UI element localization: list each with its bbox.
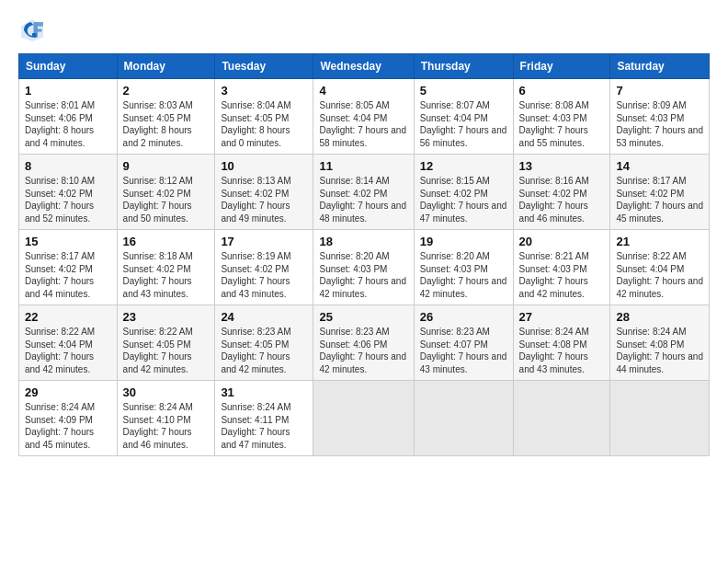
day-number: 7: [616, 84, 703, 98]
col-header-monday: Monday: [117, 54, 215, 79]
day-number: 17: [221, 235, 307, 248]
day-info: Sunrise: 8:19 AMSunset: 4:02 PMDaylight:…: [221, 250, 307, 300]
day-cell: 28Sunrise: 8:24 AMSunset: 4:08 PMDayligh…: [610, 305, 710, 381]
day-info: Sunrise: 8:04 AMSunset: 4:05 PMDaylight:…: [221, 99, 307, 149]
day-info: Sunrise: 8:20 AMSunset: 4:03 PMDaylight:…: [319, 250, 407, 300]
day-info: Sunrise: 8:08 AMSunset: 4:03 PMDaylight:…: [519, 99, 605, 149]
day-info: Sunrise: 8:24 AMSunset: 4:08 PMDaylight:…: [519, 326, 605, 375]
day-cell: 5Sunrise: 8:07 AMSunset: 4:04 PMDaylight…: [414, 79, 513, 155]
day-number: 27: [519, 310, 605, 324]
day-number: 26: [420, 310, 507, 324]
day-cell: 19Sunrise: 8:20 AMSunset: 4:03 PMDayligh…: [414, 230, 513, 305]
day-cell: 27Sunrise: 8:24 AMSunset: 4:08 PMDayligh…: [513, 305, 610, 381]
day-cell: 2Sunrise: 8:03 AMSunset: 4:05 PMDaylight…: [117, 79, 215, 155]
day-number: 31: [221, 385, 307, 399]
day-number: 8: [25, 159, 111, 173]
day-info: Sunrise: 8:01 AMSunset: 4:06 PMDaylight:…: [25, 99, 111, 149]
day-number: 9: [123, 159, 210, 173]
logo-icon: [18, 17, 46, 44]
day-number: 15: [25, 235, 111, 248]
logo: [18, 17, 50, 44]
day-info: Sunrise: 8:15 AMSunset: 4:02 PMDaylight:…: [420, 175, 507, 224]
day-number: 29: [25, 385, 111, 399]
day-number: 12: [420, 159, 507, 173]
day-number: 11: [319, 159, 407, 173]
day-number: 25: [319, 310, 407, 324]
day-cell: 23Sunrise: 8:22 AMSunset: 4:05 PMDayligh…: [117, 305, 215, 381]
col-header-sunday: Sunday: [19, 54, 118, 79]
day-number: 20: [519, 235, 605, 248]
day-info: Sunrise: 8:09 AMSunset: 4:03 PMDaylight:…: [616, 99, 703, 149]
day-cell: 18Sunrise: 8:20 AMSunset: 4:03 PMDayligh…: [313, 230, 414, 305]
day-info: Sunrise: 8:03 AMSunset: 4:05 PMDaylight:…: [123, 99, 210, 149]
day-cell: 30Sunrise: 8:24 AMSunset: 4:10 PMDayligh…: [117, 381, 215, 456]
week-row-4: 22Sunrise: 8:22 AMSunset: 4:04 PMDayligh…: [19, 305, 710, 381]
day-cell: 20Sunrise: 8:21 AMSunset: 4:03 PMDayligh…: [513, 230, 610, 305]
day-info: Sunrise: 8:22 AMSunset: 4:05 PMDaylight:…: [123, 326, 210, 375]
day-cell: 24Sunrise: 8:23 AMSunset: 4:05 PMDayligh…: [215, 305, 313, 381]
day-info: Sunrise: 8:05 AMSunset: 4:04 PMDaylight:…: [319, 99, 407, 149]
day-number: 10: [221, 159, 307, 173]
col-header-wednesday: Wednesday: [313, 54, 414, 79]
day-number: 4: [319, 84, 407, 98]
day-number: 21: [616, 235, 703, 248]
col-header-saturday: Saturday: [610, 54, 710, 79]
day-cell: 4Sunrise: 8:05 AMSunset: 4:04 PMDaylight…: [313, 79, 414, 155]
day-info: Sunrise: 8:24 AMSunset: 4:10 PMDaylight:…: [123, 401, 210, 451]
day-cell: 8Sunrise: 8:10 AMSunset: 4:02 PMDaylight…: [19, 155, 118, 230]
day-number: 28: [616, 310, 703, 324]
day-info: Sunrise: 8:22 AMSunset: 4:04 PMDaylight:…: [25, 326, 111, 375]
header-row: SundayMondayTuesdayWednesdayThursdayFrid…: [19, 54, 710, 79]
day-cell: 22Sunrise: 8:22 AMSunset: 4:04 PMDayligh…: [19, 305, 118, 381]
day-cell: 16Sunrise: 8:18 AMSunset: 4:02 PMDayligh…: [117, 230, 215, 305]
day-cell: [513, 381, 610, 456]
day-cell: 6Sunrise: 8:08 AMSunset: 4:03 PMDaylight…: [513, 79, 610, 155]
day-number: 3: [221, 84, 307, 98]
day-number: 16: [123, 235, 210, 248]
day-info: Sunrise: 8:24 AMSunset: 4:09 PMDaylight:…: [25, 401, 111, 451]
day-cell: 21Sunrise: 8:22 AMSunset: 4:04 PMDayligh…: [610, 230, 710, 305]
day-cell: 3Sunrise: 8:04 AMSunset: 4:05 PMDaylight…: [215, 79, 313, 155]
day-number: 5: [420, 84, 507, 98]
day-cell: 29Sunrise: 8:24 AMSunset: 4:09 PMDayligh…: [19, 381, 118, 456]
day-number: 30: [123, 385, 210, 399]
header: [18, 17, 710, 44]
day-number: 13: [519, 159, 605, 173]
page: SundayMondayTuesdayWednesdayThursdayFrid…: [0, 0, 728, 563]
day-info: Sunrise: 8:07 AMSunset: 4:04 PMDaylight:…: [420, 99, 507, 149]
col-header-friday: Friday: [513, 54, 610, 79]
day-cell: 25Sunrise: 8:23 AMSunset: 4:06 PMDayligh…: [313, 305, 414, 381]
day-cell: 9Sunrise: 8:12 AMSunset: 4:02 PMDaylight…: [117, 155, 215, 230]
day-info: Sunrise: 8:10 AMSunset: 4:02 PMDaylight:…: [25, 175, 111, 224]
day-info: Sunrise: 8:21 AMSunset: 4:03 PMDaylight:…: [519, 250, 605, 300]
day-info: Sunrise: 8:22 AMSunset: 4:04 PMDaylight:…: [616, 250, 703, 300]
day-cell: 17Sunrise: 8:19 AMSunset: 4:02 PMDayligh…: [215, 230, 313, 305]
day-number: 6: [519, 84, 605, 98]
day-cell: 14Sunrise: 8:17 AMSunset: 4:02 PMDayligh…: [610, 155, 710, 230]
day-info: Sunrise: 8:18 AMSunset: 4:02 PMDaylight:…: [123, 250, 210, 300]
day-number: 22: [25, 310, 111, 324]
day-cell: 15Sunrise: 8:17 AMSunset: 4:02 PMDayligh…: [19, 230, 118, 305]
day-cell: 1Sunrise: 8:01 AMSunset: 4:06 PMDaylight…: [19, 79, 118, 155]
day-info: Sunrise: 8:12 AMSunset: 4:02 PMDaylight:…: [123, 175, 210, 224]
day-number: 19: [420, 235, 507, 248]
day-info: Sunrise: 8:17 AMSunset: 4:02 PMDaylight:…: [25, 250, 111, 300]
col-header-tuesday: Tuesday: [215, 54, 313, 79]
day-info: Sunrise: 8:24 AMSunset: 4:11 PMDaylight:…: [221, 401, 307, 451]
day-info: Sunrise: 8:23 AMSunset: 4:07 PMDaylight:…: [420, 326, 507, 375]
day-info: Sunrise: 8:16 AMSunset: 4:02 PMDaylight:…: [519, 175, 605, 224]
day-number: 18: [319, 235, 407, 248]
day-number: 2: [123, 84, 210, 98]
week-row-3: 15Sunrise: 8:17 AMSunset: 4:02 PMDayligh…: [19, 230, 710, 305]
day-info: Sunrise: 8:24 AMSunset: 4:08 PMDaylight:…: [616, 326, 703, 375]
day-number: 23: [123, 310, 210, 324]
day-info: Sunrise: 8:20 AMSunset: 4:03 PMDaylight:…: [420, 250, 507, 300]
day-info: Sunrise: 8:23 AMSunset: 4:05 PMDaylight:…: [221, 326, 307, 375]
week-row-5: 29Sunrise: 8:24 AMSunset: 4:09 PMDayligh…: [19, 381, 710, 456]
day-cell: [414, 381, 513, 456]
day-cell: 10Sunrise: 8:13 AMSunset: 4:02 PMDayligh…: [215, 155, 313, 230]
week-row-1: 1Sunrise: 8:01 AMSunset: 4:06 PMDaylight…: [19, 79, 710, 155]
day-info: Sunrise: 8:23 AMSunset: 4:06 PMDaylight:…: [319, 326, 407, 375]
day-cell: 7Sunrise: 8:09 AMSunset: 4:03 PMDaylight…: [610, 79, 710, 155]
day-cell: 31Sunrise: 8:24 AMSunset: 4:11 PMDayligh…: [215, 381, 313, 456]
